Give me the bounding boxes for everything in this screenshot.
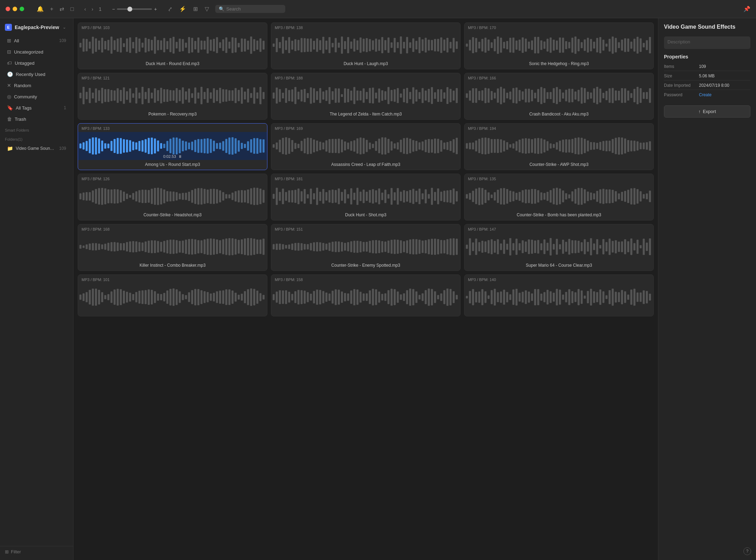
svg-rect-697 [581,188,583,205]
svg-rect-13 [120,38,122,52]
svg-rect-426 [291,140,293,152]
waveform-container[interactable] [464,182,653,210]
sidebar-item-recently-used[interactable]: 🕐 Recently Used [2,69,71,79]
zoom-in-button[interactable]: + [154,6,157,12]
sidebar-item-community[interactable]: ◎ Community [2,91,71,102]
svg-rect-136 [516,41,518,50]
sync-icon[interactable]: ⇄ [58,4,65,14]
search-input[interactable] [226,6,275,12]
svg-rect-849 [494,241,496,253]
forward-button[interactable]: › [90,6,96,13]
lightning-icon[interactable]: ⚡ [177,4,188,14]
notification-icon[interactable]: 🔔 [35,4,45,14]
svg-rect-499 [525,138,527,154]
add-icon[interactable]: + [49,5,55,14]
sidebar-app-header[interactable]: E Eaglepack-Preview ⌄ [0,21,73,35]
waveform-container[interactable] [271,132,460,160]
share-icon[interactable]: ⤤ [166,4,174,14]
filter-icon[interactable]: ▽ [203,4,211,14]
audio-card-c15[interactable]: MP3 / BPM: 147Super Mario 64 - Course Cl… [464,224,654,271]
svg-rect-297 [449,89,451,103]
panel-description[interactable]: Description [664,36,750,49]
waveform-container[interactable] [271,31,460,59]
svg-rect-765 [219,240,221,253]
svg-rect-465 [412,140,414,152]
svg-rect-120 [466,43,468,47]
waveform-container[interactable] [271,82,460,110]
audio-card-c5[interactable]: MP3 / BPM: 188The Legend of Zelda - Item… [271,73,461,120]
audio-card-c17[interactable]: MP3 / BPM: 158 [271,274,461,316]
audio-card-c12[interactable]: MP3 / BPM: 135Counter-Strike - Bomb has … [464,174,654,220]
waveform-container[interactable] [78,283,267,311]
audio-card-c1[interactable]: MP3 / BPM: 103Duck Hunt - Round End.mp3 [78,22,267,69]
waveform-container[interactable]: 0:02.53⏸ [78,132,267,160]
svg-rect-90 [366,38,368,52]
svg-rect-425 [288,138,290,154]
sidebar-item-video-game-sfx[interactable]: 📁 Video Game Sound Effe... 109 [2,143,71,154]
waveform-container[interactable] [271,283,460,311]
waveform-container[interactable] [464,31,653,59]
waveform-container[interactable] [78,82,267,110]
audio-card-c11[interactable]: MP3 / BPM: 181Duck Hunt - Shot.mp3 [271,174,461,220]
waveform-container[interactable] [271,233,460,261]
export-button[interactable]: ↑ Export [664,105,750,118]
back-button[interactable]: ‹ [82,6,88,13]
svg-rect-342 [596,87,598,104]
view-icon[interactable]: ⊞ [191,4,200,14]
close-button[interactable] [6,7,10,11]
svg-rect-982 [341,292,343,303]
audio-card-c6[interactable]: MP3 / BPM: 166Crash Bandicoot - Aku Aku.… [464,73,654,120]
audio-card-c7[interactable]: MP3 / BPM: 1330:02.53⏸Among Us - Round S… [78,123,267,170]
svg-rect-0 [79,43,82,47]
waveform-container[interactable] [464,132,653,160]
audio-card-c4[interactable]: MP3 / BPM: 121Pokemon - Recovery.mp3 [78,73,267,120]
audio-card-c8[interactable]: MP3 / BPM: 169Assassins Creed - Leap of … [271,123,461,170]
audio-card-c10[interactable]: MP3 / BPM: 126Counter-Strike - Headshot.… [78,174,267,220]
help-icon[interactable]: ? [743,547,751,555]
sidebar-item-random[interactable]: ✕ Random [2,80,71,91]
waveform-container[interactable] [78,233,267,261]
sidebar-item-untagged[interactable]: 🏷 Untagged [2,58,71,68]
sidebar-item-trash[interactable]: 🗑 Trash [2,114,71,124]
svg-rect-823 [406,240,408,253]
waveform-container[interactable] [464,283,653,311]
layout-icon[interactable]: □ [69,5,75,14]
pause-icon[interactable]: ⏸ [178,154,182,159]
audio-card-c16[interactable]: MP3 / BPM: 101 [78,274,267,316]
sidebar-item-all-tags[interactable]: 🔖 All Tags 1 [2,103,71,113]
audio-card-c2[interactable]: MP3 / BPM: 138Duck Hunt - Laugh.mp3 [271,22,461,69]
waveform-container[interactable] [464,233,653,261]
svg-rect-851 [500,243,502,250]
svg-rect-586 [222,192,224,201]
svg-rect-756 [191,239,193,255]
waveform-container[interactable] [271,182,460,210]
waveform-container[interactable] [464,82,653,110]
maximize-button[interactable] [20,7,24,11]
audio-card-c3[interactable]: MP3 / BPM: 170Sonic the Hedgehog - Ring.… [464,22,654,69]
svg-rect-555 [126,194,128,199]
zoom-out-button[interactable]: − [112,6,115,12]
svg-rect-581 [207,189,209,203]
svg-rect-264 [347,89,349,103]
audio-card-c14[interactable]: MP3 / BPM: 151Counter-Strike - Enemy Spo… [271,224,461,271]
filter-footer[interactable]: ⊞ Filter [0,546,73,557]
svg-rect-904 [92,289,94,306]
waveform-container[interactable] [78,182,267,210]
svg-rect-304 [478,91,480,100]
content-area[interactable]: MP3 / BPM: 103Duck Hunt - Round End.mp3M… [74,18,658,560]
zoom-slider[interactable] [117,8,152,10]
audio-card-c18[interactable]: MP3 / BPM: 140 [464,274,654,316]
sidebar-item-all[interactable]: ⊞ All 109 [2,35,71,46]
svg-rect-258 [329,87,331,104]
audio-card-format: MP3 / BPM: 168 [78,224,267,233]
minimize-button[interactable] [13,7,17,11]
search-bar[interactable]: 🔍 [215,5,285,13]
pin-icon[interactable]: 📌 [743,6,750,12]
audio-card-c9[interactable]: MP3 / BPM: 194Counter-Strike - AWP Shot.… [464,123,654,170]
password-create-link[interactable]: Create [699,92,712,97]
svg-rect-910 [111,292,113,303]
audio-card-c13[interactable]: MP3 / BPM: 168Killer Instinct - Combo Br… [78,224,267,271]
sidebar-item-uncategorized[interactable]: ⊟ Uncategorized [2,47,71,57]
waveform-container[interactable] [78,31,267,59]
svg-rect-166 [609,39,611,52]
